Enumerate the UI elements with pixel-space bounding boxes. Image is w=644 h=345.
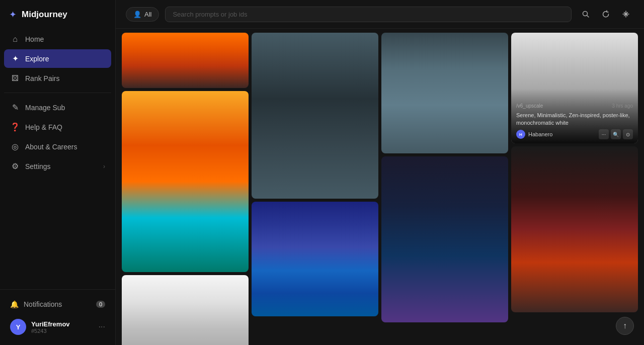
search-input[interactable] xyxy=(165,7,572,22)
item-avatar: H xyxy=(516,130,525,139)
explore-icon: ✦ xyxy=(10,54,20,63)
scroll-up-button[interactable]: ↑ xyxy=(616,317,634,335)
sidebar-item-label: Explore xyxy=(25,55,49,63)
topbar-icons xyxy=(578,6,634,22)
item-more-button[interactable]: ··· xyxy=(599,129,609,139)
filter-label: All xyxy=(144,11,151,18)
gallery-item[interactable] xyxy=(122,275,249,345)
sidebar-item-label: Help & FAQ xyxy=(25,123,62,131)
filter-icon: 👤 xyxy=(133,11,141,18)
sidebar-item-label: Rank Pairs xyxy=(25,74,59,82)
gallery-col-2 xyxy=(252,33,378,345)
user-name: YuriEfremov xyxy=(31,320,94,328)
settings-icon: ⚙ xyxy=(10,161,20,171)
user-info: YuriEfremov #5243 xyxy=(31,320,94,334)
gallery-item[interactable] xyxy=(511,146,638,312)
sparkle-button[interactable] xyxy=(618,6,634,22)
help-icon: ❓ xyxy=(10,122,20,132)
item-command: /v6_upscale xyxy=(516,103,543,109)
sidebar-item-label: Manage Sub xyxy=(25,104,65,112)
user-more-button[interactable]: ··· xyxy=(99,322,105,331)
gallery-col-3 xyxy=(381,33,508,345)
logo-text: Midjourney xyxy=(22,10,67,20)
filter-all-button[interactable]: 👤 All xyxy=(126,7,159,22)
gallery-item-featured[interactable]: /v6_upscale 3 hrs ago Serene, Minimalist… xyxy=(511,33,638,143)
avatar: Y xyxy=(10,319,26,335)
gallery-grid: /v6_upscale 3 hrs ago Serene, Minimalist… xyxy=(122,33,638,345)
gallery: /v6_upscale 3 hrs ago Serene, Minimalist… xyxy=(116,29,644,345)
user-discriminator: #5243 xyxy=(31,328,94,334)
item-search-button[interactable]: 🔍 xyxy=(611,129,621,139)
sidebar-item-rank-pairs[interactable]: ⚄ Rank Pairs xyxy=(4,69,111,88)
sidebar-item-about[interactable]: ◎ About & Careers xyxy=(4,137,111,156)
nav-divider xyxy=(4,93,111,93)
user-profile[interactable]: Y YuriEfremov #5243 ··· xyxy=(4,315,111,339)
sidebar: ✦ Midjourney ⌂ Home ✦ Explore ⚄ Rank Pai… xyxy=(0,0,116,345)
gallery-col-4: /v6_upscale 3 hrs ago Serene, Minimalist… xyxy=(511,33,638,345)
item-bookmark-button[interactable]: ⊙ xyxy=(623,129,633,139)
manage-icon: ✎ xyxy=(10,103,20,112)
item-prompt: Serene, Minimalistic, Zen-inspired, post… xyxy=(516,112,633,126)
sidebar-item-label: About & Careers xyxy=(25,143,77,151)
item-info: /v6_upscale 3 hrs ago Serene, Minimalist… xyxy=(511,89,638,143)
sidebar-nav: ⌂ Home ✦ Explore ⚄ Rank Pairs ✎ Manage S… xyxy=(0,28,115,289)
main-content: 👤 All xyxy=(116,0,644,345)
sidebar-bottom: 🔔 Notifications 0 Y YuriEfremov #5243 ··… xyxy=(0,289,115,345)
item-username: Habanero xyxy=(528,131,596,137)
notifications-item[interactable]: 🔔 Notifications 0 xyxy=(4,296,111,313)
sidebar-item-label: Home xyxy=(25,35,44,43)
refresh-button[interactable] xyxy=(598,6,614,22)
home-icon: ⌂ xyxy=(10,35,20,44)
about-icon: ◎ xyxy=(10,142,20,151)
gallery-col-1 xyxy=(122,33,249,345)
notification-badge: 0 xyxy=(96,301,105,308)
search-button[interactable] xyxy=(578,6,594,22)
bell-icon: 🔔 xyxy=(10,300,19,308)
svg-line-1 xyxy=(587,16,589,18)
item-actions: ··· 🔍 ⊙ xyxy=(599,129,633,139)
notifications-label: Notifications xyxy=(24,300,62,308)
item-time: 3 hrs ago xyxy=(612,103,633,109)
sidebar-item-label: Settings xyxy=(25,162,51,170)
chevron-right-icon: › xyxy=(103,163,105,170)
sidebar-logo: ✦ Midjourney xyxy=(0,0,115,28)
topbar: 👤 All xyxy=(116,0,644,29)
logo-icon: ✦ xyxy=(9,9,17,20)
sidebar-item-manage-sub[interactable]: ✎ Manage Sub xyxy=(4,98,111,117)
gallery-item[interactable] xyxy=(122,33,249,88)
gallery-item[interactable] xyxy=(381,33,508,153)
gallery-item[interactable] xyxy=(122,91,249,272)
rank-icon: ⚄ xyxy=(10,73,20,83)
gallery-item[interactable] xyxy=(252,202,378,316)
sidebar-item-home[interactable]: ⌂ Home xyxy=(4,30,111,48)
gallery-item[interactable] xyxy=(381,156,508,322)
item-footer: H Habanero ··· 🔍 ⊙ xyxy=(516,129,633,139)
sidebar-item-explore[interactable]: ✦ Explore xyxy=(4,49,111,68)
gallery-item[interactable] xyxy=(252,33,378,199)
sidebar-item-settings[interactable]: ⚙ Settings › xyxy=(4,157,111,176)
sidebar-item-help[interactable]: ❓ Help & FAQ xyxy=(4,118,111,136)
